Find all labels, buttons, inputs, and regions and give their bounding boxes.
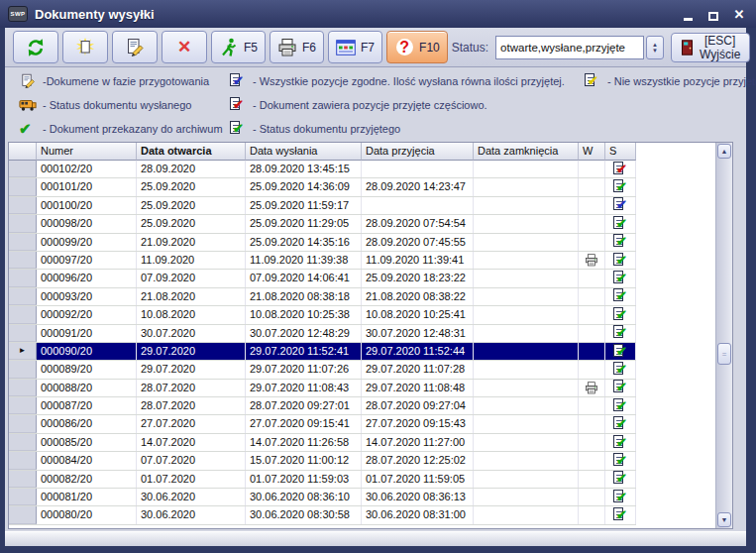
window: SWP Dokumenty wysyłki ✕ ✕F5F6F7?F10 Stat… xyxy=(0,0,756,553)
doc-check-yellow-icon: ✔ xyxy=(584,73,602,90)
refresh-button[interactable] xyxy=(13,31,58,63)
run-button[interactable]: F5 xyxy=(211,31,266,63)
scrollbar-down-button[interactable]: ▼ xyxy=(717,512,731,527)
scrollbar-up-button[interactable]: ▲ xyxy=(717,144,731,159)
table-row[interactable]: 000097/2011.09.202011.09.2020 11:39:3811… xyxy=(9,252,636,270)
row-selector[interactable] xyxy=(9,361,37,378)
cell-w xyxy=(579,215,605,232)
row-selector[interactable] xyxy=(9,471,37,488)
row-selector[interactable] xyxy=(9,252,37,269)
cell-otwarcia: 29.07.2020 xyxy=(137,361,246,378)
row-selector[interactable] xyxy=(9,234,37,251)
row-selector[interactable] xyxy=(9,161,37,177)
cell-zamkniecia xyxy=(474,197,579,214)
cell-numer: 000080/20 xyxy=(37,506,137,523)
window-controls: ✕ xyxy=(681,7,746,21)
cell-numer: 000090/20 xyxy=(37,343,137,360)
cell-przyjecia: 28.09.2020 07:45:55 xyxy=(362,234,474,251)
row-selector[interactable] xyxy=(9,215,37,232)
new-document-button[interactable] xyxy=(62,31,108,63)
print-button[interactable]: F6 xyxy=(270,31,324,63)
table-row[interactable]: 000102/2028.09.202028.09.2020 13:45:15✔ xyxy=(9,161,636,178)
toolbar-button-label: F6 xyxy=(302,41,316,55)
cell-s: ✔ xyxy=(605,434,636,451)
cell-numer: 000084/20 xyxy=(37,452,137,469)
row-selector[interactable] xyxy=(9,197,37,214)
exit-button-label: [ESC] Wyjście xyxy=(700,34,740,61)
row-selector[interactable] xyxy=(9,489,37,505)
table-row[interactable]: 000100/2025.09.202025.09.2020 11:59:17✔ xyxy=(9,197,636,215)
table-row[interactable]: 000082/2001.07.202001.07.2020 11:59:0301… xyxy=(9,471,636,489)
row-selector[interactable] xyxy=(9,452,37,469)
table-row[interactable]: 000099/2021.09.202025.09.2020 14:35:1628… xyxy=(9,234,636,252)
table-row[interactable]: 000093/2021.08.202021.08.2020 08:38:1821… xyxy=(9,288,636,306)
table-row[interactable]: 000091/2030.07.202030.07.2020 12:48:2930… xyxy=(9,325,636,343)
row-selector[interactable] xyxy=(9,325,37,342)
cell-wyslania: 28.09.2020 13:45:15 xyxy=(246,161,362,177)
row-selector[interactable] xyxy=(9,434,37,451)
status-combobox[interactable]: otwarte,wysłane,przyjęte ▲ ▼ xyxy=(495,36,664,59)
table-row[interactable]: 000081/2030.06.202030.06.2020 08:36:1030… xyxy=(9,489,636,506)
table-row[interactable]: 000098/2025.09.202025.09.2020 11:29:0528… xyxy=(9,215,636,233)
refresh-icon xyxy=(26,38,46,57)
row-selector[interactable] xyxy=(9,270,37,286)
cell-przyjecia: 29.07.2020 11:07:28 xyxy=(362,361,474,378)
cell-otwarcia: 14.07.2020 xyxy=(137,434,246,451)
column-header-data-wys-ania[interactable]: Data wysłania xyxy=(246,143,362,161)
row-selector[interactable]: ► xyxy=(9,343,37,360)
exit-button[interactable]: [ESC] Wyjście xyxy=(671,33,750,62)
table-row[interactable]: ►000090/2029.07.202029.07.2020 11:52:412… xyxy=(9,343,636,361)
maximize-button[interactable] xyxy=(706,7,720,21)
cell-wyslania: 07.09.2020 14:06:41 xyxy=(246,270,362,286)
column-header-data-otwarcia[interactable]: Data otwarcia xyxy=(137,143,246,161)
cell-numer: 000101/20 xyxy=(37,178,137,195)
column-header-data-zamkni-cia[interactable]: Data zamknięcia xyxy=(474,143,579,161)
table-row[interactable]: 000089/2029.07.202029.07.2020 11:07:2629… xyxy=(9,361,636,379)
cell-zamkniecia xyxy=(474,506,579,523)
cell-otwarcia: 25.09.2020 xyxy=(137,178,246,195)
cell-w xyxy=(579,343,605,360)
cell-s: ✔ xyxy=(605,215,636,232)
column-header-numer[interactable]: Numer xyxy=(37,143,137,161)
row-selector[interactable] xyxy=(9,415,37,432)
status-label: Status: xyxy=(452,41,488,55)
edit-document-button[interactable] xyxy=(112,31,158,63)
minimize-button[interactable] xyxy=(681,7,695,21)
doc-check-green-icon: ✔ xyxy=(612,234,628,250)
table-row[interactable]: 000086/2027.07.202027.07.2020 09:15:4127… xyxy=(9,415,636,433)
status-spinner[interactable]: ▲ ▼ xyxy=(646,36,664,59)
printer-icon xyxy=(585,254,598,267)
legend-item-text: - Nie wszystkie pozycje przyjęte. xyxy=(607,75,756,87)
scrollbar-thumb[interactable]: = xyxy=(717,343,731,365)
table-row[interactable]: 000084/2007.07.202015.07.2020 11:00:1228… xyxy=(9,452,636,470)
table-row[interactable]: 000101/2025.09.202025.09.2020 14:36:0928… xyxy=(9,178,636,196)
cell-numer: 000085/20 xyxy=(37,434,137,451)
cell-otwarcia: 29.07.2020 xyxy=(137,343,246,360)
close-button[interactable]: ✕ xyxy=(732,7,746,21)
row-selector[interactable] xyxy=(9,178,37,195)
cell-w xyxy=(579,178,605,195)
selector-column-header xyxy=(9,143,37,161)
table-row[interactable]: 000092/2010.08.202010.08.2020 10:25:3810… xyxy=(9,306,636,324)
table-row[interactable]: 000088/2028.07.202029.07.2020 11:08:4329… xyxy=(9,380,636,397)
column-header-s[interactable]: S xyxy=(605,143,636,161)
row-selector[interactable] xyxy=(9,397,37,414)
row-selector[interactable] xyxy=(9,506,37,523)
help-button[interactable]: ?F10 xyxy=(386,31,448,63)
delete-button[interactable]: ✕ xyxy=(162,31,207,63)
table-row[interactable]: 000096/2007.09.202007.09.2020 14:06:4125… xyxy=(9,270,636,287)
table-row[interactable]: 000087/2028.07.202028.07.2020 09:27:0128… xyxy=(9,397,636,415)
column-header-data-przyj-cia[interactable]: Data przyjęcia xyxy=(362,143,474,161)
row-selector[interactable] xyxy=(9,380,37,396)
keypad-button[interactable]: F7 xyxy=(328,31,382,63)
vertical-scrollbar[interactable]: ▲ = ▼ xyxy=(715,143,732,528)
cell-s: ✔ xyxy=(605,325,636,342)
row-selector[interactable] xyxy=(9,306,37,323)
table-row[interactable]: 000085/2014.07.202014.07.2020 11:26:5814… xyxy=(9,434,636,452)
table-row[interactable]: 000080/2030.06.202030.06.2020 08:30:5830… xyxy=(9,506,636,524)
doc-check-green-icon: ✔ xyxy=(612,271,628,286)
column-header-w[interactable]: W xyxy=(579,143,605,161)
doc-check-green-icon: ✔ xyxy=(612,253,628,269)
edit-document-icon xyxy=(19,73,38,90)
row-selector[interactable] xyxy=(9,288,37,305)
